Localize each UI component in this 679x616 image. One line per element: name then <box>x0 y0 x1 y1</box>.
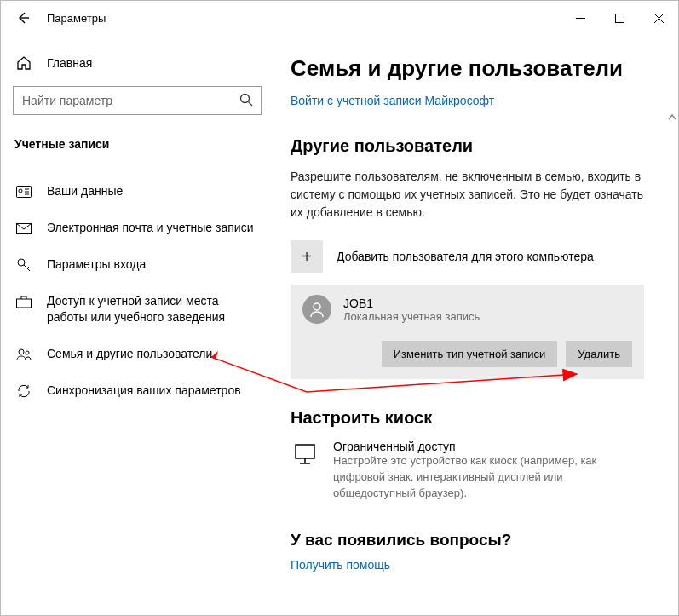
signin-link[interactable]: Войти с учетной записи Майкрософт <box>291 94 644 107</box>
svg-line-13 <box>24 265 30 271</box>
svg-point-12 <box>18 259 25 266</box>
svg-line-5 <box>249 102 253 107</box>
page-title: Семья и другие пользователи <box>291 55 644 82</box>
user-name: JOB1 <box>343 296 480 310</box>
user-subtitle: Локальная учетная запись <box>343 310 480 323</box>
svg-rect-1 <box>615 14 624 22</box>
minimize-icon <box>576 14 585 23</box>
svg-rect-15 <box>17 299 32 308</box>
key-icon <box>16 257 32 273</box>
chevron-up-icon <box>668 112 676 124</box>
other-users-description: Разрешите пользователям, не включенным в… <box>291 168 644 222</box>
svg-point-7 <box>19 189 22 193</box>
sidebar-item-label: Ваши данные <box>47 183 258 199</box>
kiosk-row[interactable]: Ограниченный доступ Настройте это устрой… <box>291 440 644 502</box>
section-kiosk: Настроить киоск <box>291 408 644 428</box>
arrow-left-icon <box>16 11 30 25</box>
maximize-button[interactable] <box>600 1 639 35</box>
monitor-icon <box>291 440 319 469</box>
sidebar-item-signin-options[interactable]: Параметры входа <box>13 246 262 283</box>
window-title: Параметры <box>47 12 106 25</box>
close-button[interactable] <box>639 1 678 35</box>
sidebar: Главная Учетные записи Ваши данные Элект… <box>1 35 273 615</box>
delete-button[interactable]: Удалить <box>566 341 632 367</box>
back-button[interactable] <box>16 11 30 25</box>
svg-point-16 <box>19 349 24 354</box>
sidebar-item-label: Параметры входа <box>47 256 258 273</box>
svg-point-4 <box>241 95 250 103</box>
kiosk-title: Ограниченный доступ <box>333 440 644 453</box>
search-box <box>13 86 262 115</box>
sidebar-category: Учетные записи <box>13 137 262 151</box>
titlebar: Параметры <box>1 1 678 35</box>
sidebar-item-label: Синхронизация ваших параметров <box>47 383 258 399</box>
search-input[interactable] <box>13 86 262 115</box>
close-icon <box>654 14 664 23</box>
minimize-button[interactable] <box>561 1 600 35</box>
sidebar-item-family[interactable]: Семья и другие пользователи <box>13 336 262 372</box>
kiosk-subtitle: Настройте это устройство как киоск (напр… <box>333 453 644 502</box>
home-icon <box>16 55 32 71</box>
section-other-users: Другие пользователи <box>291 136 644 156</box>
user-card[interactable]: JOB1 Локальная учетная запись Изменить т… <box>291 285 644 379</box>
svg-point-18 <box>314 303 320 310</box>
plus-icon: + <box>291 240 323 273</box>
sidebar-home-label: Главная <box>47 56 92 70</box>
sidebar-item-work-access[interactable]: Доступ к учетной записи места работы или… <box>13 283 262 336</box>
svg-line-14 <box>27 267 29 268</box>
content-area: Семья и другие пользователи Войти с учет… <box>273 35 678 615</box>
add-user-label: Добавить пользователя для этого компьюте… <box>337 250 594 263</box>
sidebar-item-label: Семья и другие пользователи <box>47 346 258 362</box>
search-icon <box>239 93 253 109</box>
sidebar-item-label: Доступ к учетной записи места работы или… <box>47 293 258 325</box>
sidebar-home[interactable]: Главная <box>13 49 262 86</box>
sidebar-item-label: Электронная почта и учетные записи <box>47 220 258 236</box>
svg-point-17 <box>26 351 29 354</box>
maximize-icon <box>615 14 624 23</box>
sidebar-item-email[interactable]: Электронная почта и учетные записи <box>13 210 262 246</box>
sidebar-item-your-info[interactable]: Ваши данные <box>13 173 262 210</box>
sidebar-item-sync[interactable]: Синхронизация ваших параметров <box>13 372 262 409</box>
scrollbar[interactable] <box>668 112 676 124</box>
people-icon <box>16 347 32 362</box>
help-link[interactable]: Получить помощь <box>291 558 644 572</box>
svg-rect-19 <box>296 445 314 458</box>
add-user-row[interactable]: + Добавить пользователя для этого компью… <box>291 240 644 273</box>
briefcase-icon <box>16 294 32 309</box>
avatar-icon <box>302 295 331 324</box>
sync-icon <box>16 383 32 399</box>
mail-icon <box>16 221 32 236</box>
section-questions: У вас появились вопросы? <box>291 531 644 550</box>
change-account-type-button[interactable]: Изменить тип учетной записи <box>382 341 558 367</box>
id-card-icon <box>16 184 32 199</box>
